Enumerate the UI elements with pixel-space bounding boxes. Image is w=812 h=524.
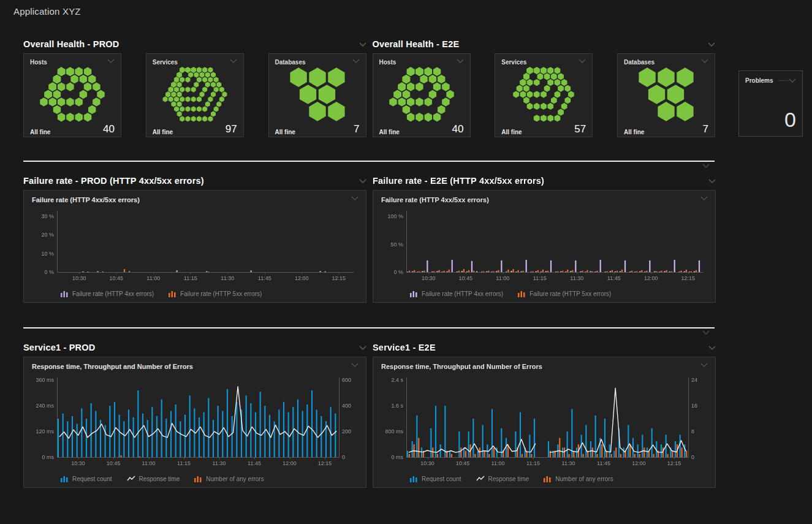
chart-tile-failure-prod[interactable]: Failure rate (HTTP 4xx/5xx errors) Failu… <box>23 190 366 303</box>
section-divider <box>23 161 803 169</box>
section-title-service-e2e: Service1 - E2E <box>373 343 436 352</box>
chevron-down-icon[interactable] <box>351 196 359 200</box>
tile-label: Databases <box>275 59 306 66</box>
section-header-health-e2e: Overall Health - E2E <box>373 37 716 51</box>
entity-count: 40 <box>452 123 464 135</box>
chart-title: Failure rate (HTTP 4xx/5xx errors) <box>381 196 489 203</box>
chart-tile-service-e2e[interactable]: Response time, Throughput and Number of … <box>373 357 716 488</box>
legend-item-errors[interactable]: Number of any errors <box>544 475 613 482</box>
failure-rate-prod-chart[interactable] <box>29 206 361 287</box>
health-tile-services-prod[interactable]: Services All fine 97 <box>146 53 244 137</box>
tile-label: Databases <box>624 59 655 66</box>
legend-label: Failure rate (HTTP 4xx errors) <box>72 290 154 297</box>
failure-e2e-column: Failure rate - E2E (HTTP 4xx/5xx errors)… <box>373 174 716 303</box>
tile-label: Hosts <box>30 59 47 66</box>
entity-count: 57 <box>574 123 586 135</box>
entity-count: 7 <box>354 123 359 135</box>
section-header-failure-e2e: Failure rate - E2E (HTTP 4xx/5xx errors) <box>373 174 716 188</box>
legend-label: Number of any errors <box>555 476 613 482</box>
health-tile-hosts-e2e[interactable]: Hosts All fine 40 <box>373 53 471 137</box>
status-label: All fine <box>501 129 522 135</box>
chart-legend: Request count Response time Number of an… <box>29 472 361 484</box>
chart-legend: Failure rate (HTTP 4xx errors) Failure r… <box>378 287 710 298</box>
section-title-health-prod: Overall Health - PROD <box>23 39 120 49</box>
legend-item-4xx[interactable]: Failure rate (HTTP 4xx errors) <box>61 290 154 297</box>
chevron-down-icon[interactable] <box>702 164 710 168</box>
chevron-down-icon[interactable] <box>107 59 115 63</box>
chevron-down-icon[interactable] <box>359 42 366 47</box>
entity-count: 40 <box>103 123 115 135</box>
service-row: Service1 - PROD Response time, Throughpu… <box>23 341 803 488</box>
health-row: Overall Health - PROD Hosts All fine 40 <box>23 37 803 137</box>
trend-placeholder <box>778 80 789 81</box>
chevron-down-icon[interactable] <box>457 59 464 63</box>
failure-rate-e2e-chart[interactable] <box>378 206 710 287</box>
legend-item-4xx[interactable]: Failure rate (HTTP 4xx errors) <box>410 290 503 297</box>
page-title: Application XYZ <box>13 6 803 17</box>
chevron-down-icon[interactable] <box>700 363 708 367</box>
service-e2e-column: Service1 - E2E Response time, Throughput… <box>373 341 716 488</box>
chart-title: Failure rate (HTTP 4xx/5xx errors) <box>32 196 140 203</box>
health-tile-databases-e2e[interactable]: Databases All fine 7 <box>617 53 715 137</box>
tile-label: Problems <box>745 77 773 84</box>
legend-item-response-time[interactable]: Response time <box>476 475 529 482</box>
chevron-down-icon[interactable] <box>351 363 359 367</box>
section-title-failure-prod: Failure rate - PROD (HTTP 4xx/5xx errors… <box>23 176 204 186</box>
legend-label: Request count <box>422 476 461 482</box>
section-header-health-prod: Overall Health - PROD <box>23 37 366 51</box>
legend-item-request-count[interactable]: Request count <box>61 475 112 482</box>
problems-column: Problems 0 <box>738 70 803 137</box>
service-prod-column: Service1 - PROD Response time, Throughpu… <box>23 341 366 488</box>
section-header-service-e2e: Service1 - E2E <box>373 341 716 354</box>
legend-item-errors[interactable]: Number of any errors <box>194 475 264 482</box>
dashboard: Application XYZ Overall Health - PROD Ho… <box>0 0 812 488</box>
chevron-down-icon[interactable] <box>701 59 708 63</box>
honeycomb-services <box>153 67 237 122</box>
legend-item-request-count[interactable]: Request count <box>410 475 461 482</box>
honeycomb-hosts <box>379 67 464 122</box>
chevron-down-icon[interactable] <box>702 330 710 335</box>
section-title-health-e2e: Overall Health - E2E <box>373 39 460 49</box>
chevron-down-icon[interactable] <box>359 179 366 183</box>
chevron-down-icon[interactable] <box>230 59 237 63</box>
legend-label: Failure rate (HTTP 5xx errors) <box>180 290 262 297</box>
section-title-failure-e2e: Failure rate - E2E (HTTP 4xx/5xx errors) <box>373 176 544 186</box>
chevron-down-icon[interactable] <box>789 78 796 83</box>
honeycomb-services <box>501 67 586 122</box>
honeycomb-databases <box>275 67 360 122</box>
chevron-down-icon[interactable] <box>352 59 360 63</box>
service-e2e-chart[interactable] <box>378 373 710 472</box>
status-label: All fine <box>624 129 644 135</box>
chevron-down-icon[interactable] <box>579 59 586 63</box>
legend-item-5xx[interactable]: Failure rate (HTTP 5xx errors) <box>169 290 262 297</box>
tile-label: Services <box>153 59 178 66</box>
health-tile-services-e2e[interactable]: Services All fine 57 <box>495 53 593 137</box>
health-prod-column: Overall Health - PROD Hosts All fine 40 <box>23 37 366 137</box>
entity-count: 97 <box>226 123 237 135</box>
legend-label: Number of any errors <box>206 476 264 482</box>
tile-label: Hosts <box>379 59 397 66</box>
legend-label: Failure rate (HTTP 5xx errors) <box>529 290 611 297</box>
health-tile-hosts-prod[interactable]: Hosts All fine 40 <box>23 53 121 137</box>
legend-item-response-time[interactable]: Response time <box>127 475 180 482</box>
status-label: All fine <box>153 129 173 135</box>
chevron-down-icon[interactable] <box>708 179 716 183</box>
status-label: All fine <box>379 129 400 135</box>
legend-label: Response time <box>488 476 529 482</box>
chart-title: Response time, Throughput and Number of … <box>32 363 193 370</box>
chart-tile-failure-e2e[interactable]: Failure rate (HTTP 4xx/5xx errors) Failu… <box>373 190 716 303</box>
health-tile-databases-prod[interactable]: Databases All fine 7 <box>268 53 366 137</box>
entity-count: 7 <box>703 123 708 135</box>
failure-rate-row: Failure rate - PROD (HTTP 4xx/5xx errors… <box>23 174 803 303</box>
legend-label: Request count <box>72 476 112 482</box>
service-prod-chart[interactable] <box>29 373 361 472</box>
chevron-down-icon[interactable] <box>700 196 708 200</box>
problems-tile[interactable]: Problems 0 <box>738 70 803 137</box>
chevron-down-icon[interactable] <box>359 346 366 350</box>
chevron-down-icon[interactable] <box>708 346 716 350</box>
chart-tile-service-prod[interactable]: Response time, Throughput and Number of … <box>23 357 366 488</box>
legend-item-5xx[interactable]: Failure rate (HTTP 5xx errors) <box>518 290 611 297</box>
chevron-down-icon[interactable] <box>708 42 715 47</box>
failure-prod-column: Failure rate - PROD (HTTP 4xx/5xx errors… <box>23 174 366 303</box>
problems-count: 0 <box>745 109 796 130</box>
